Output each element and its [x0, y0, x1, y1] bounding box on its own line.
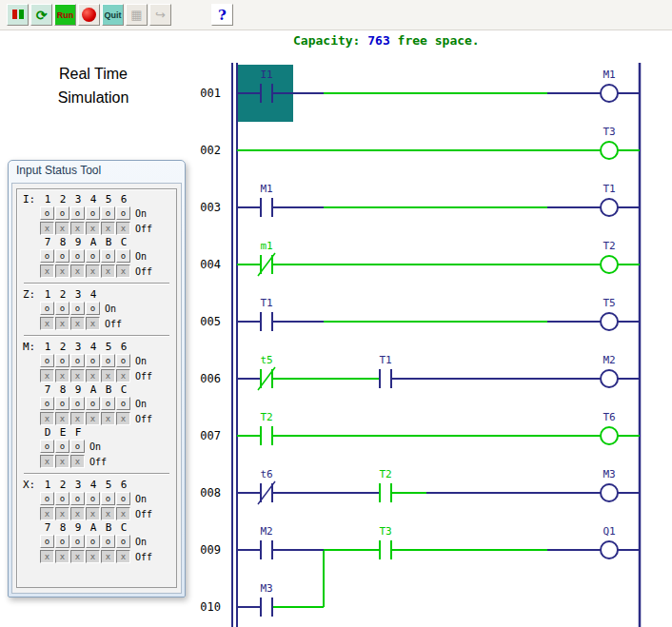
input-I3-on-button[interactable]: o [70, 206, 85, 220]
mode-button[interactable] [7, 4, 29, 26]
disabled-transfer-button[interactable]: ↪ [149, 4, 171, 26]
input-M8-off-button[interactable]: x [55, 412, 69, 425]
input-Z2-off-button[interactable]: x [55, 317, 69, 330]
contact-M2[interactable]: M2 [260, 525, 272, 559]
input-MF-on-button[interactable]: o [70, 440, 85, 453]
contact-T2[interactable]: T2 [379, 468, 391, 502]
stop-button[interactable] [78, 4, 100, 26]
input-X7-off-button[interactable]: x [40, 550, 54, 563]
input-IC-off-button[interactable]: x [116, 265, 130, 278]
input-MC-off-button[interactable]: x [116, 412, 130, 425]
input-X3-off-button[interactable]: x [70, 507, 85, 520]
input-M3-on-button[interactable]: o [70, 354, 85, 367]
coil-T6[interactable]: T6 [601, 411, 618, 444]
input-I8-on-button[interactable]: o [55, 249, 69, 263]
input-M3-off-button[interactable]: x [70, 369, 85, 382]
input-I4-on-button[interactable]: o [86, 206, 100, 220]
input-M7-on-button[interactable]: o [40, 397, 54, 410]
input-X6-on-button[interactable]: o [116, 492, 130, 505]
input-X8-off-button[interactable]: x [55, 550, 69, 563]
input-X1-on-button[interactable]: o [40, 492, 54, 505]
contact-M3[interactable]: M3 [260, 582, 272, 617]
contact-t6[interactable]: t6 [258, 468, 275, 504]
coil-M3[interactable]: M3 [601, 468, 618, 501]
coil-M2[interactable]: M2 [601, 354, 618, 387]
input-MC-on-button[interactable]: o [116, 397, 130, 410]
input-I2-off-button[interactable]: x [55, 222, 69, 235]
input-X5-off-button[interactable]: x [101, 507, 115, 520]
input-M4-on-button[interactable]: o [86, 354, 100, 367]
input-M5-on-button[interactable]: o [101, 354, 115, 367]
input-M6-on-button[interactable]: o [116, 354, 130, 367]
input-X4-on-button[interactable]: o [86, 492, 100, 505]
contact-T1[interactable]: T1 [379, 354, 391, 388]
input-XB-off-button[interactable]: x [101, 550, 115, 563]
input-MA-off-button[interactable]: x [86, 412, 100, 425]
input-M1-on-button[interactable]: o [40, 354, 54, 367]
input-M9-off-button[interactable]: x [70, 412, 85, 425]
input-I1-off-button[interactable]: x [40, 222, 54, 235]
input-IA-on-button[interactable]: o [86, 249, 100, 263]
input-Z4-on-button[interactable]: o [86, 302, 100, 315]
coil-M1[interactable]: M1 [601, 69, 618, 102]
coil-T3[interactable]: T3 [601, 126, 618, 159]
input-X9-on-button[interactable]: o [70, 535, 85, 548]
input-MA-on-button[interactable]: o [86, 397, 100, 410]
coil-T5[interactable]: T5 [601, 297, 618, 330]
input-M1-off-button[interactable]: x [40, 369, 54, 382]
input-X6-off-button[interactable]: x [116, 507, 130, 520]
coil-T1[interactable]: T1 [601, 183, 618, 216]
input-MD-off-button[interactable]: x [40, 455, 54, 468]
coil-Q1[interactable]: Q1 [601, 525, 618, 558]
input-XB-on-button[interactable]: o [101, 535, 115, 548]
input-I3-off-button[interactable]: x [70, 222, 85, 235]
input-M4-off-button[interactable]: x [86, 369, 100, 382]
input-IB-on-button[interactable]: o [101, 249, 115, 263]
input-I9-on-button[interactable]: o [70, 249, 85, 263]
run-button[interactable]: Run [54, 4, 76, 26]
input-I1-on-button[interactable]: o [40, 206, 54, 220]
input-I4-off-button[interactable]: x [86, 222, 100, 235]
input-MD-on-button[interactable]: o [40, 440, 54, 453]
input-XA-on-button[interactable]: o [86, 535, 100, 548]
contact-M1[interactable]: M1 [260, 183, 272, 217]
ladder-canvas[interactable]: 001I1M1002T3003M1T1004m1T2005T1T5006t5T1… [190, 57, 672, 627]
contact-t5[interactable]: t5 [258, 354, 275, 390]
input-X2-on-button[interactable]: o [55, 492, 69, 505]
contact-T2[interactable]: T2 [260, 411, 272, 445]
input-I8-off-button[interactable]: x [55, 265, 69, 278]
help-button[interactable]: ? [211, 4, 233, 26]
input-Z1-off-button[interactable]: x [40, 317, 54, 330]
input-M7-off-button[interactable]: x [40, 412, 54, 425]
refresh-button[interactable]: ⟳ [30, 4, 52, 26]
input-MB-on-button[interactable]: o [101, 397, 115, 410]
input-M5-off-button[interactable]: x [101, 369, 115, 382]
input-Z3-off-button[interactable]: x [70, 317, 85, 330]
contact-m1[interactable]: m1 [258, 240, 275, 276]
input-I7-off-button[interactable]: x [40, 265, 54, 278]
input-status-tool-titlebar[interactable]: Input Status Tool [9, 161, 185, 181]
input-I5-on-button[interactable]: o [101, 206, 115, 220]
input-X2-off-button[interactable]: x [55, 507, 69, 520]
input-X1-off-button[interactable]: x [40, 507, 54, 520]
input-X5-on-button[interactable]: o [101, 492, 115, 505]
input-ME-on-button[interactable]: o [55, 440, 69, 453]
input-IB-off-button[interactable]: x [101, 265, 115, 278]
input-IA-off-button[interactable]: x [86, 265, 100, 278]
input-I6-on-button[interactable]: o [116, 206, 130, 220]
input-X9-off-button[interactable]: x [70, 550, 85, 563]
input-M6-off-button[interactable]: x [116, 369, 130, 382]
input-ME-off-button[interactable]: x [55, 455, 69, 468]
input-IC-on-button[interactable]: o [116, 249, 130, 263]
input-I5-off-button[interactable]: x [101, 222, 115, 235]
input-MF-off-button[interactable]: x [70, 455, 85, 468]
input-M9-on-button[interactable]: o [70, 397, 85, 410]
input-I7-on-button[interactable]: o [40, 249, 54, 263]
input-M2-off-button[interactable]: x [55, 369, 69, 382]
input-I9-off-button[interactable]: x [70, 265, 85, 278]
input-I2-on-button[interactable]: o [55, 206, 69, 220]
input-M8-on-button[interactable]: o [55, 397, 69, 410]
input-X8-on-button[interactable]: o [55, 535, 69, 548]
input-Z4-off-button[interactable]: x [86, 317, 100, 330]
input-MB-off-button[interactable]: x [101, 412, 115, 425]
